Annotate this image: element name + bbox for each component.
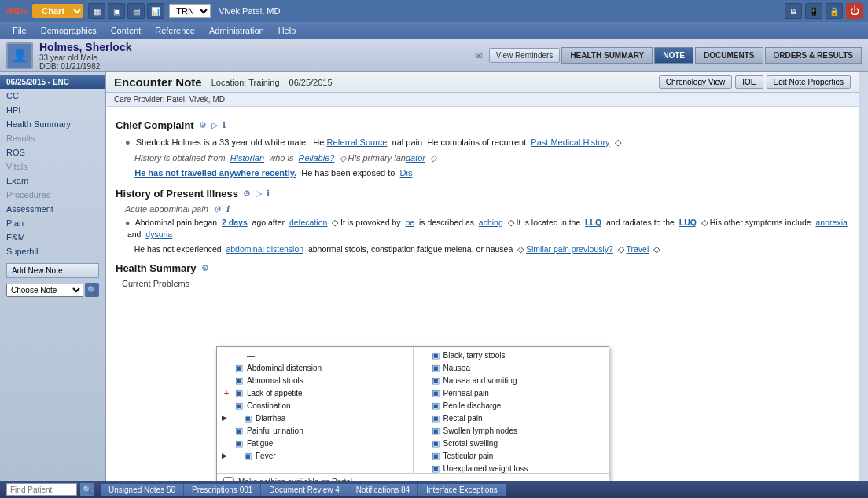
sidebar-item-ros[interactable]: ROS bbox=[0, 145, 105, 159]
add-icon-r5 bbox=[418, 401, 428, 410]
hpi-days-link[interactable]: 2 days bbox=[222, 218, 248, 227]
menu-administration[interactable]: Administration bbox=[203, 24, 270, 37]
popup-item-swollen-lymph[interactable]: ▣ Swollen lymph nodes bbox=[414, 424, 609, 437]
llq-link[interactable]: LLQ bbox=[585, 218, 601, 227]
table-icon[interactable]: ▤ bbox=[127, 3, 145, 19]
menu-help[interactable]: Help bbox=[272, 24, 303, 37]
popup-item-perineal-pain[interactable]: ▣ Perineal pain bbox=[414, 386, 609, 399]
hs-settings-icon[interactable]: ⚙ bbox=[201, 263, 209, 273]
find-patient-button[interactable]: 🔍 bbox=[80, 483, 94, 496]
popup-item-constipation[interactable]: ▣ Constipation bbox=[217, 399, 413, 412]
popup-item-blank[interactable]: — bbox=[217, 349, 413, 361]
defecation-link[interactable]: defecation bbox=[289, 218, 327, 227]
sidebar-item-plan[interactable]: Plan bbox=[0, 216, 105, 230]
hpi-settings-icon[interactable]: ⚙ bbox=[243, 189, 251, 199]
phone-icon[interactable]: 📱 bbox=[805, 3, 822, 19]
add-new-note-button[interactable]: Add New Note bbox=[6, 263, 99, 278]
tab-health-summary[interactable]: HEALTH SUMMARY bbox=[561, 47, 653, 64]
chronology-view-button[interactable]: Chronology View bbox=[659, 75, 732, 89]
popup-item-nausea[interactable]: ▣ Nausea bbox=[414, 361, 609, 374]
popup-item-testicular-pain[interactable]: ▣ Testicular pain bbox=[414, 449, 609, 462]
bottom-tab-unsigned-notes[interactable]: Unsigned Notes 50 bbox=[101, 484, 184, 496]
cc-info-icon[interactable]: ℹ bbox=[223, 120, 226, 130]
choose-note-select[interactable]: Choose Note bbox=[6, 284, 83, 297]
tab-note[interactable]: NOTE bbox=[654, 47, 693, 64]
envelope-icon[interactable]: ✉ bbox=[475, 50, 483, 61]
popup-item-nausea-vomiting[interactable]: ▣ Nausea and vomiting bbox=[414, 374, 609, 386]
cc-play-icon[interactable]: ▷ bbox=[211, 120, 218, 130]
tab-documents[interactable]: DOCUMENTS bbox=[695, 47, 763, 64]
sidebar-item-vitals[interactable]: Vitals bbox=[0, 159, 105, 174]
cc-settings-icon[interactable]: ⚙ bbox=[199, 120, 207, 130]
aching-link[interactable]: aching bbox=[479, 218, 503, 227]
historian-link[interactable]: Historian bbox=[230, 153, 264, 163]
popup-item-black-stools[interactable]: ▣ Black, tarry stools bbox=[414, 349, 609, 361]
menu-demographics[interactable]: Demographics bbox=[35, 24, 103, 37]
hpi-sub-info-icon[interactable]: ℹ bbox=[226, 204, 229, 214]
dysuria-link[interactable]: dysuria bbox=[145, 229, 172, 239]
trn-dropdown[interactable]: TRN bbox=[169, 4, 211, 18]
lock-icon[interactable]: 🔒 bbox=[826, 3, 843, 19]
menu-reference[interactable]: Reference bbox=[149, 24, 201, 37]
edit-note-properties-button[interactable]: Edit Note Properties bbox=[767, 75, 851, 89]
menu-content[interactable]: Content bbox=[105, 24, 148, 37]
chart-dropdown[interactable]: Chart bbox=[32, 4, 83, 18]
sidebar-item-em[interactable]: E&M bbox=[0, 230, 105, 244]
hpi-play-icon[interactable]: ▷ bbox=[256, 189, 262, 199]
past-medical-history-link[interactable]: Past Medical History bbox=[531, 137, 609, 147]
popup-item-abdominal-distension[interactable]: ▣ Abdominal distension bbox=[217, 361, 413, 374]
scrollbar[interactable] bbox=[859, 72, 868, 481]
luq-link[interactable]: LUQ bbox=[679, 218, 697, 227]
popup-item-unexplained-weight[interactable]: ▣ Unexplained weight loss bbox=[414, 462, 609, 473]
window-icon[interactable]: ▣ bbox=[108, 3, 125, 19]
tab-orders[interactable]: ORDERS & RESULTS bbox=[765, 47, 862, 64]
popup-item-fatigue[interactable]: ▣ Fatigue bbox=[217, 437, 413, 449]
blank-icon bbox=[222, 350, 231, 360]
power-icon[interactable]: ⏻ bbox=[846, 3, 863, 19]
add-icon-r1 bbox=[418, 350, 428, 360]
sidebar-item-hpi[interactable]: HPI bbox=[0, 103, 105, 117]
be-link[interactable]: be bbox=[405, 218, 414, 227]
bottom-tab-interface-exceptions[interactable]: Interface Exceptions bbox=[418, 484, 506, 496]
monitor-icon[interactable]: 🖥 bbox=[785, 3, 802, 19]
grid-icon[interactable]: ▦ bbox=[88, 3, 105, 19]
sidebar-item-assessment[interactable]: Assessment bbox=[0, 202, 105, 216]
anorexia-link[interactable]: anorexia bbox=[816, 218, 848, 227]
sidebar-item-superbill[interactable]: Superbill bbox=[0, 244, 105, 258]
hpi-info-icon[interactable]: ℹ bbox=[267, 189, 270, 199]
sidebar-item-health-summary[interactable]: Health Summary bbox=[0, 117, 105, 131]
not-travelled-link[interactable]: He has not travelled anywhere recently. bbox=[134, 168, 296, 178]
choose-note-search-button[interactable]: 🔍 bbox=[85, 283, 99, 297]
doc-icon-4: ▣ bbox=[234, 401, 244, 410]
dis-link[interactable]: Dis bbox=[400, 168, 413, 178]
sidebar-item-cc[interactable]: CC bbox=[0, 89, 105, 103]
reliable-link[interactable]: Reliable? bbox=[299, 153, 335, 163]
menu-file[interactable]: File bbox=[6, 24, 33, 37]
referral-source-link[interactable]: Referral Source bbox=[326, 137, 387, 147]
popup-item-rectal-pain[interactable]: ▣ Rectal pain bbox=[414, 412, 609, 424]
travel-link[interactable]: Travel bbox=[626, 244, 649, 254]
bottom-tab-document-review[interactable]: Document Review 4 bbox=[261, 484, 348, 496]
bottom-tab-notifications[interactable]: Notifications 84 bbox=[348, 484, 418, 496]
sidebar-item-exam[interactable]: Exam bbox=[0, 174, 105, 188]
popup-item-lack-appetite[interactable]: + ▣ Lack of appetite bbox=[217, 386, 413, 399]
portal-checkbox[interactable] bbox=[223, 477, 234, 481]
abdominal-distension-link[interactable]: abdominal distension bbox=[226, 244, 303, 254]
find-patient-input[interactable] bbox=[6, 483, 77, 496]
sidebar-item-procedures[interactable]: Procedures bbox=[0, 188, 105, 202]
sidebar-date-item[interactable]: 06/25/2015 - ENC bbox=[0, 75, 105, 89]
popup-item-fever[interactable]: ▶ ▣ Fever bbox=[217, 449, 413, 462]
popup-item-diarrhea[interactable]: ▶ ▣ Diarrhea bbox=[217, 412, 413, 424]
popup-item-penile-discharge[interactable]: ▣ Penile discharge bbox=[414, 399, 609, 412]
popup-item-painful-urination[interactable]: ▣ Painful urination bbox=[217, 424, 413, 437]
sidebar-item-results[interactable]: Results bbox=[0, 131, 105, 145]
ioe-button[interactable]: IOE bbox=[735, 75, 763, 89]
chart-icon[interactable]: 📊 bbox=[147, 3, 164, 19]
hpi-sub-settings-icon[interactable]: ⚙ bbox=[213, 204, 221, 214]
similar-pain-link[interactable]: Similar pain previously? bbox=[526, 244, 613, 254]
view-reminders-button[interactable]: View Reminders bbox=[489, 48, 561, 63]
popup-item-scrotal-swelling[interactable]: ▣ Scrotal swelling bbox=[414, 437, 609, 449]
bottom-tab-prescriptions[interactable]: Prescriptions 001 bbox=[184, 484, 261, 496]
dator-link[interactable]: dator bbox=[406, 153, 425, 163]
popup-item-abnormal-stools[interactable]: ▣ Abnormal stools bbox=[217, 374, 413, 386]
